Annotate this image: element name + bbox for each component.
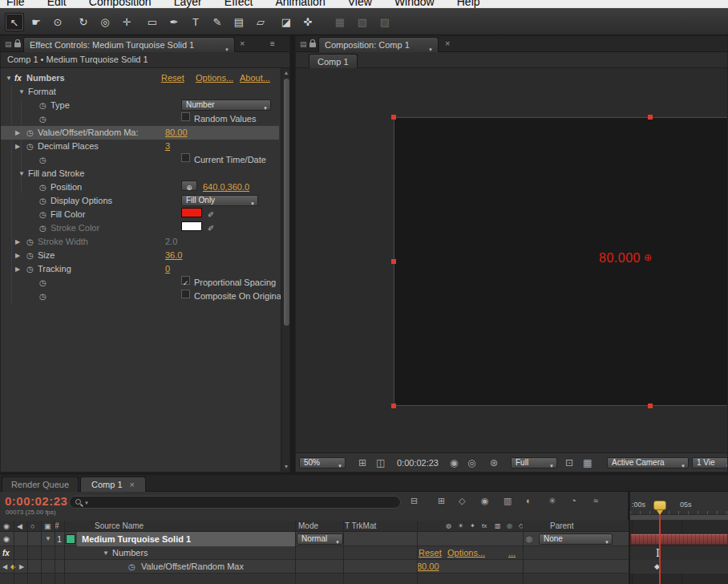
layer-duration-bar[interactable] — [630, 533, 728, 545]
menu-file[interactable]: File — [6, 0, 25, 9]
effect-row[interactable]: fx ▼ Numbers Reset Options... ... — [0, 546, 629, 560]
twirl-open-icon[interactable]: ▼ — [18, 85, 25, 99]
header-parent[interactable]: Parent — [550, 521, 573, 532]
value-offset-value[interactable]: 80.00 — [165, 126, 188, 140]
draft-3d-icon[interactable]: ◇ — [459, 496, 465, 506]
proportional-spacing-checkbox[interactable]: ✓ — [181, 276, 190, 285]
lock-icon[interactable] — [14, 43, 21, 47]
stopwatch-icon[interactable]: ◷ — [39, 180, 47, 194]
layer-name[interactable]: Medium Turquoise Solid 1 — [82, 532, 191, 546]
column-divider[interactable] — [343, 521, 344, 584]
composite-checkbox[interactable] — [181, 290, 190, 298]
quality-icon[interactable]: ✦ — [470, 521, 475, 532]
menu-view[interactable]: View — [348, 0, 372, 9]
menu-effect[interactable]: Effect — [224, 0, 253, 9]
frame-blending-icon[interactable]: ▥ — [504, 496, 512, 506]
cti-marker[interactable] — [653, 501, 666, 510]
property-value[interactable]: 80.00 — [417, 560, 439, 574]
size-value[interactable]: 36.0 — [165, 249, 182, 262]
more-link[interactable]: ... — [508, 546, 516, 560]
header-trkmat[interactable]: T TrkMat — [345, 521, 376, 532]
twirl-closed-icon[interactable]: ▶ — [15, 249, 20, 262]
menu-edit[interactable]: Edit — [47, 0, 67, 9]
options-link[interactable]: Options... — [196, 71, 233, 85]
search-input[interactable] — [91, 497, 395, 507]
current-time-checkbox[interactable] — [181, 153, 190, 162]
property-label[interactable]: Value/Offset/Random Max — [141, 560, 244, 574]
twirl-open-icon[interactable]: ▼ — [6, 71, 12, 85]
chevron-down-icon[interactable]: ▼ — [84, 501, 89, 505]
selection-handle[interactable] — [391, 115, 396, 120]
zoom-dropdown[interactable]: 50% ▼ — [299, 457, 346, 468]
layer-label-chip[interactable] — [66, 534, 75, 544]
scrollbar-thumb[interactable] — [283, 78, 290, 326]
panel-grip-icon[interactable]: ▤ — [5, 40, 12, 48]
graph-editor-icon[interactable]: ≈ — [593, 496, 598, 505]
twirl-closed-icon[interactable]: ▶ — [15, 262, 20, 276]
search-box[interactable]: ▼ — [69, 496, 401, 509]
eyedropper-icon[interactable]: ✐ — [208, 208, 214, 221]
header-source-name[interactable]: Source Name — [95, 521, 144, 532]
view-dropdown[interactable]: Active Camera ▼ — [607, 457, 689, 468]
lock-icon[interactable] — [309, 43, 316, 47]
time-ruler[interactable]: :00s 05s — [630, 492, 728, 514]
panel-grip-icon[interactable]: ▤ — [300, 40, 307, 48]
reset-link[interactable]: Reset — [161, 71, 184, 85]
header-mode[interactable]: Mode — [298, 521, 318, 532]
audio-column-icon[interactable]: ◀ — [17, 521, 22, 532]
auto-keyframe-icon[interactable]: ◔ — [571, 496, 576, 505]
stopwatch-icon[interactable]: ◷ — [26, 140, 34, 153]
column-divider[interactable] — [523, 521, 524, 584]
tab-composition[interactable]: Composition: Comp 1 ▼ — [318, 37, 439, 52]
selection-handle[interactable] — [648, 115, 653, 120]
options-link[interactable]: Options... — [447, 546, 485, 560]
fill-color-swatch[interactable] — [181, 208, 202, 217]
zoom-tool-icon[interactable]: ⊙ — [48, 13, 67, 31]
menu-animation[interactable]: Animation — [275, 0, 325, 9]
comp-family-icon[interactable]: ⊟ — [411, 496, 418, 506]
layer-row[interactable]: ◉ ▼ 1 Medium Turquoise Solid 1 Normal ▼ … — [0, 532, 629, 546]
snapshot-icon[interactable]: ◉ — [450, 457, 458, 468]
random-values-checkbox[interactable] — [181, 112, 190, 121]
stopwatch-icon[interactable]: ◷ — [39, 153, 47, 167]
eye-icon[interactable]: ◉ — [3, 532, 10, 546]
mask-visibility-icon[interactable]: ◫ — [376, 457, 385, 468]
lock-column-icon[interactable]: ▣ — [44, 521, 51, 532]
flowchart-icon[interactable]: ⊞ — [438, 496, 445, 506]
effect-name[interactable]: Numbers — [112, 546, 148, 560]
twirl-open-icon[interactable]: ▼ — [45, 532, 51, 546]
type-tool-icon[interactable]: T — [186, 13, 205, 31]
menu-window[interactable]: Window — [394, 0, 435, 9]
show-snapshot-icon[interactable]: ◎ — [467, 457, 475, 468]
reset-link[interactable]: Reset — [419, 546, 442, 560]
transparency-grid-icon[interactable]: ▦ — [583, 457, 592, 468]
close-icon[interactable]: × — [240, 39, 245, 48]
hand-tool-icon[interactable]: ☛ — [26, 13, 46, 31]
frame-blend-icon[interactable]: ▥ — [495, 521, 501, 532]
stopwatch-icon[interactable]: ◷ — [39, 112, 47, 126]
next-keyframe-icon[interactable]: ▶ — [19, 560, 24, 574]
stopwatch-icon[interactable]: ◷ — [39, 208, 47, 221]
selection-handle[interactable] — [648, 404, 653, 408]
roto-brush-tool-icon[interactable]: ◪ — [277, 13, 296, 31]
menu-layer[interactable]: Layer — [174, 0, 202, 9]
stroke-color-swatch[interactable] — [181, 221, 202, 231]
composition-viewer[interactable]: 80.000 ⊕ — [296, 68, 727, 454]
view-layout-dropdown[interactable]: 1 Vie ▼ — [692, 457, 728, 468]
position-value[interactable]: 640.0,360.0 — [203, 180, 249, 194]
stopwatch-icon[interactable]: ◷ — [39, 290, 47, 303]
motion-blur-col-icon[interactable]: ◎ — [507, 521, 512, 532]
column-divider[interactable] — [295, 521, 296, 584]
twirl-closed-icon[interactable]: ▶ — [15, 140, 20, 153]
property-row[interactable]: ◀ ◆ ▶ ◷ Value/Offset/Random Max 80.00 — [0, 560, 629, 574]
work-area-bar[interactable] — [630, 514, 728, 521]
selection-handle[interactable] — [391, 404, 396, 408]
stopwatch-icon[interactable]: ◷ — [128, 560, 135, 574]
shy-icon[interactable]: ◉ — [481, 496, 489, 506]
current-timecode[interactable]: 0:00:02:23 — [5, 494, 67, 508]
pan-behind-tool-icon[interactable]: ✛ — [117, 13, 136, 31]
stopwatch-icon[interactable]: ◷ — [39, 99, 47, 112]
close-icon[interactable]: × — [130, 480, 135, 489]
workspace-icon-c[interactable]: ▨ — [375, 13, 394, 31]
tab-render-queue[interactable]: Render Queue — [2, 477, 79, 492]
